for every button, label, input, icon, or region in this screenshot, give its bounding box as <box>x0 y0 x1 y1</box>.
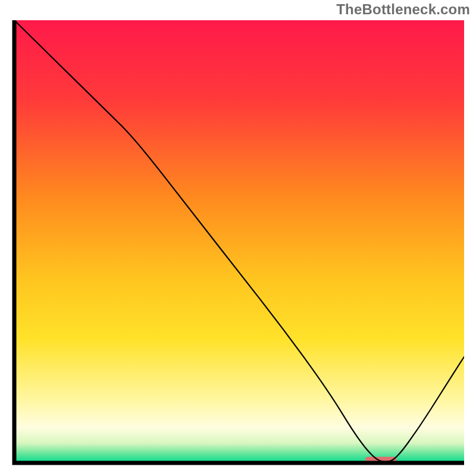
watermark-text: TheBottleneck.com <box>336 1 470 18</box>
plot-area <box>12 20 464 465</box>
chart-stage: TheBottleneck.com <box>0 0 476 476</box>
bottleneck-chart <box>12 20 464 465</box>
